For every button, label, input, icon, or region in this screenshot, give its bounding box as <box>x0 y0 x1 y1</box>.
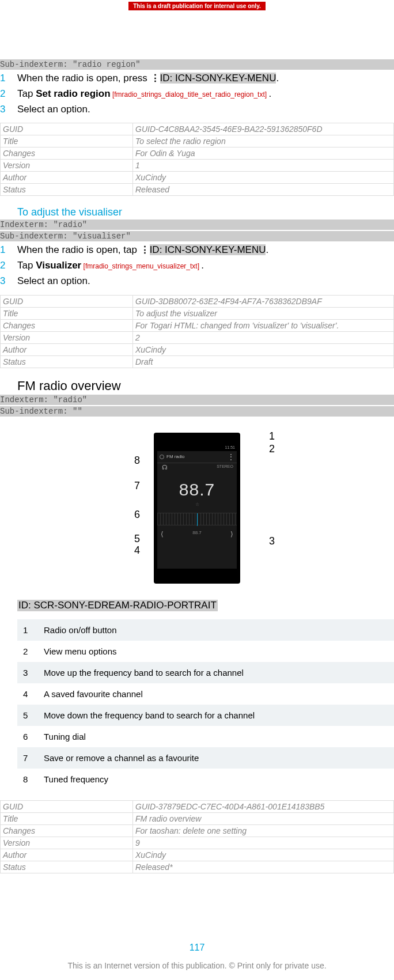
meta-val: To select the radio region <box>133 135 394 147</box>
legend-num: 4 <box>17 683 38 705</box>
meta-key: Title <box>1 135 133 147</box>
meta-val: Released* <box>133 861 394 873</box>
stereo-label: STEREO <box>157 464 237 468</box>
legend-text: Save or remove a channel as a favourite <box>38 747 394 769</box>
meta-key: Author <box>1 172 133 184</box>
indexterm: Sub-indexterm: "visualiser" <box>0 231 394 241</box>
indexterm: Indexterm: "radio" <box>0 220 394 230</box>
meta-table: GUIDGUID-3DB80072-63E2-4F94-AF7A-7638362… <box>0 295 394 368</box>
legend-row: 3Move up the frequency band to search fo… <box>17 662 394 683</box>
menu-icon: ⋮ <box>228 453 234 461</box>
meta-table: GUIDGUID-37879EDC-C7EC-40D4-A861-001E141… <box>0 800 394 873</box>
step-3: 3 Select an option. <box>0 103 394 116</box>
meta-val: For Odin & Yuga <box>133 147 394 160</box>
legend-num: 6 <box>17 726 38 747</box>
meta-val: XuCindy <box>133 343 394 355</box>
meta-key: Version <box>1 160 133 172</box>
fav-freq: 88.7 <box>192 530 202 538</box>
legend-text: Tuned frequency <box>38 769 394 790</box>
meta-key: Status <box>1 184 133 196</box>
legend-table: 1Radio on/off button 2View menu options … <box>17 619 394 790</box>
meta-key: Title <box>1 307 133 319</box>
callout-7: 7 <box>134 480 140 492</box>
meta-val: 1 <box>133 160 394 172</box>
meta-val: 2 <box>133 331 394 343</box>
meta-val: XuCindy <box>133 172 394 184</box>
legend-row: 1Radio on/off button <box>17 619 394 641</box>
string-id: [fmradio_strings_dialog_title_set_radio_… <box>111 90 269 99</box>
meta-val: Draft <box>133 355 394 368</box>
meta-val: XuCindy <box>133 849 394 861</box>
legend-text: View menu options <box>38 641 394 662</box>
step-num: 3 <box>0 103 17 116</box>
meta-key: Version <box>1 837 133 849</box>
meta-key: Status <box>1 861 133 873</box>
step-text: Select an option. <box>17 103 394 116</box>
legend-text: Move up the frequency band to search for… <box>38 662 394 683</box>
step-text: . <box>268 88 271 99</box>
callout-2: 2 <box>269 443 275 455</box>
legend-text: Radio on/off button <box>38 619 394 641</box>
step-text: Tap <box>17 88 36 99</box>
meta-val: GUID-C4C8BAA2-3545-46E9-BA22-591362850F6… <box>133 123 394 135</box>
legend-row: 7Save or remove a channel as a favourite <box>17 747 394 769</box>
indexterm: Indexterm: "radio" <box>0 395 394 405</box>
legend-row: 4A saved favourite channel <box>17 683 394 705</box>
callout-8: 8 <box>134 455 140 467</box>
meta-val: For taoshan: delete one setting <box>133 824 394 837</box>
screenshot-id: ID: SCR-SONY-EDREAM-RADIO-PORTRAIT <box>17 600 218 611</box>
callout-3: 3 <box>269 535 275 547</box>
step-1: 1 When the radio is open, press ⋮ID: ICN… <box>0 71 394 85</box>
id-ref: ID: ICN-SONY-KEY-MENU <box>150 244 266 255</box>
meta-key: Author <box>1 849 133 861</box>
step-text: . <box>266 244 268 255</box>
meta-val: 9 <box>133 837 394 849</box>
meta-key: Changes <box>1 824 133 837</box>
legend-row: 6Tuning dial <box>17 726 394 747</box>
callout-5: 5 <box>134 533 140 545</box>
seek-up-icon: ⟩ <box>230 530 233 538</box>
id-ref: ID: ICN-SONY-KEY-MENU <box>160 73 276 84</box>
step-text: . <box>276 73 279 84</box>
meta-val: Released <box>133 184 394 196</box>
power-icon <box>160 455 164 459</box>
meta-val: GUID-3DB80072-63E2-4F94-AF7A-7638362DB9A… <box>133 295 394 307</box>
meta-key: Changes <box>1 147 133 160</box>
callout-1: 1 <box>269 430 275 442</box>
indexterm: Sub-indexterm: "" <box>0 406 394 417</box>
step-num: 3 <box>0 274 17 288</box>
phone-time: 11:51 <box>225 445 235 449</box>
step-text: When the radio is open, press <box>17 73 150 84</box>
meta-val: For Togari HTML: changed from 'visualize… <box>133 319 394 331</box>
callout-6: 6 <box>134 509 140 521</box>
step-num: 1 <box>0 243 17 257</box>
legend-text: A saved favourite channel <box>38 683 394 705</box>
legend-num: 8 <box>17 769 38 790</box>
step-1: 1 When the radio is open, tap ⋮ID: ICN-S… <box>0 243 394 257</box>
page-number: 117 <box>0 943 394 953</box>
phone-app-title: FM radio <box>166 454 185 459</box>
meta-table: GUIDGUID-C4C8BAA2-3545-46E9-BA22-5913628… <box>0 123 394 196</box>
meta-key: GUID <box>1 123 133 135</box>
legend-text: Tuning dial <box>38 726 394 747</box>
step-3: 3 Select an option. <box>0 274 394 288</box>
legend-num: 7 <box>17 747 38 769</box>
meta-key: Status <box>1 355 133 368</box>
star-icon: ☆ <box>157 502 237 507</box>
legend-num: 5 <box>17 705 38 726</box>
step-num: 2 <box>0 259 17 273</box>
legend-text: Move down the frequency band to search f… <box>38 705 394 726</box>
tuning-scale <box>157 513 237 525</box>
meta-key: Changes <box>1 319 133 331</box>
footer-text: This is an Internet version of this publ… <box>0 961 394 970</box>
legend-row: 2View menu options <box>17 641 394 662</box>
draft-banner: This is a draft publication for internal… <box>128 2 266 10</box>
ui-label: Set radio region <box>36 88 110 99</box>
step-text: . <box>201 260 204 271</box>
step-2: 2 Tap Set radio region [fmradio_strings_… <box>0 87 394 101</box>
legend-row: 8Tuned frequency <box>17 769 394 790</box>
step-num: 2 <box>0 87 17 101</box>
seek-down-icon: ⟨ <box>161 530 164 538</box>
legend-num: 3 <box>17 662 38 683</box>
section-heading: To adjust the visualiser <box>17 206 394 218</box>
